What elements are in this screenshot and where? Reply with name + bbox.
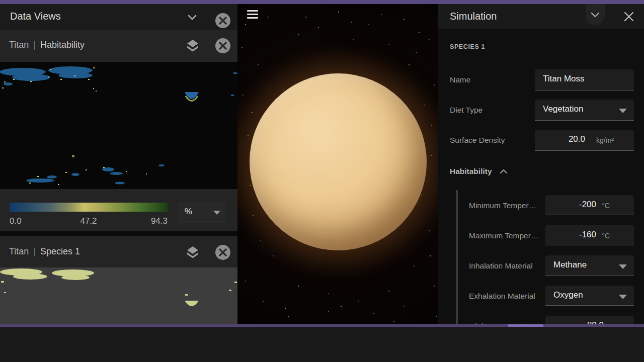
simulation-viewport[interactable] (237, 4, 438, 324)
data-view-row-habitability[interactable]: Titan|Habitability (0, 30, 237, 62)
close-view-button[interactable] (215, 245, 230, 260)
habitability-map (0, 62, 237, 189)
view-object-name: Titan (9, 246, 29, 256)
habitability-group-label: Habitability (450, 167, 492, 175)
species-map (0, 267, 237, 324)
view-separator: | (29, 246, 40, 256)
scale-min-label: 0.0 (10, 216, 22, 226)
surface-density-input[interactable]: 20.0 kg/m² (535, 130, 634, 151)
view-layer-name: Species 1 (40, 246, 80, 256)
layers-icon[interactable] (185, 246, 200, 259)
min-temperature-unit: °C (602, 202, 610, 210)
collapse-chevron-icon[interactable] (186, 12, 198, 23)
view-layer-name: Habitability (40, 40, 85, 50)
inhalation-material-dropdown[interactable]: Methane (545, 255, 634, 276)
min-gas-concentration-value: 80.0 (587, 320, 604, 324)
close-panel-button[interactable] (215, 13, 230, 28)
habitability-map-graphics (0, 62, 237, 189)
habitability-color-scale (10, 203, 168, 212)
panel-title: Data Views (10, 11, 61, 22)
species-map-graphics (0, 267, 237, 324)
simulation-header: Simulation (438, 4, 644, 29)
name-label: Name (450, 75, 470, 85)
diet-type-dropdown[interactable]: Vegetation (535, 100, 634, 121)
view-separator: | (29, 40, 40, 50)
collapse-chevron-button[interactable] (586, 4, 605, 25)
chevron-down-icon (590, 11, 601, 19)
data-view-row-species[interactable]: Titan|Species 1 (0, 236, 237, 268)
window-accent-strip (0, 0, 644, 4)
min-temperature-input[interactable]: -200 °C (545, 195, 634, 215)
min-temperature-label: Minimum Temper… (469, 201, 536, 211)
scale-unit-value: % (185, 207, 192, 217)
species-section-header: SPECIES 1 (450, 43, 485, 50)
habitability-group-toggle[interactable]: Habitability (450, 167, 508, 176)
exhalation-material-label: Exhalation Material (469, 292, 535, 302)
inhalation-material-value: Methane (553, 260, 587, 270)
data-views-panel: Data Views Titan|Habitability (0, 4, 237, 324)
close-icon (219, 248, 227, 256)
max-temperature-input[interactable]: -160 °C (545, 225, 634, 245)
max-temperature-label: Maximum Temper… (469, 231, 538, 241)
app-window: Data Views Titan|Habitability (0, 0, 644, 362)
chevron-up-icon (499, 168, 508, 174)
exhalation-material-value: Oxygen (553, 290, 583, 300)
max-temperature-value: -160 (579, 230, 596, 240)
close-view-button[interactable] (215, 38, 230, 53)
close-panel-button[interactable] (623, 11, 635, 23)
min-temperature-value: -200 (579, 200, 596, 210)
inhalation-material-label: Inhalation Material (469, 261, 533, 272)
data-view-title: Titan|Habitability (9, 40, 85, 50)
caret-down-icon (619, 109, 627, 113)
color-scale-section: 0.0 47.2 94.3 % (0, 189, 237, 231)
min-gas-concentration-input[interactable]: 80.0 % (545, 316, 634, 324)
surface-density-unit: kg/m² (596, 136, 614, 144)
name-input[interactable]: Titan Moss (535, 69, 634, 90)
diet-type-label: Diet Type (450, 106, 482, 116)
view-object-name: Titan (9, 40, 29, 50)
data-view-title: Titan|Species 1 (9, 246, 80, 257)
caret-down-icon (213, 211, 220, 215)
caret-down-icon (619, 295, 627, 299)
section-divider (0, 231, 237, 236)
hamburger-menu-icon[interactable] (247, 10, 258, 19)
exhalation-material-dropdown[interactable]: Oxygen (545, 286, 634, 306)
close-icon (219, 42, 227, 50)
max-temperature-unit: °C (602, 232, 610, 240)
scale-max-label: 94.3 (147, 216, 168, 226)
starfield-bright (237, 4, 238, 5)
surface-density-label: Surface Density (450, 136, 505, 146)
data-views-header: Data Views (0, 4, 237, 29)
name-value: Titan Moss (543, 74, 585, 84)
taskbar: 2000-02-01 08:21 am 1.28 day/sec (0, 327, 644, 362)
scale-unit-dropdown[interactable]: % (178, 202, 226, 223)
layers-icon[interactable] (185, 39, 200, 52)
close-icon (219, 17, 227, 25)
diet-type-value: Vegetation (543, 104, 583, 114)
group-indent-bar (456, 190, 458, 324)
simulation-panel: Simulation SPECIES 1 Name Titan Moss Die… (438, 4, 644, 324)
surface-density-value: 20.0 (569, 134, 585, 144)
caret-down-icon (619, 264, 627, 269)
close-icon (623, 11, 635, 23)
scale-mid-label: 47.2 (73, 216, 104, 226)
planet-titan[interactable] (250, 73, 427, 250)
panel-title: Simulation (450, 11, 497, 22)
